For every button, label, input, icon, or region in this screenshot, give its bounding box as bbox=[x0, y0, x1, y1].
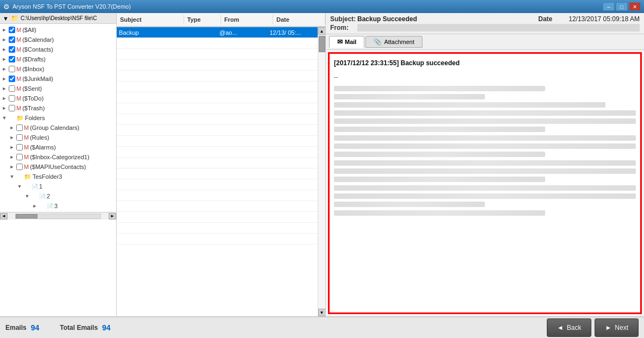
expand-icon[interactable]: ► bbox=[9, 134, 15, 141]
email-row[interactable] bbox=[117, 147, 318, 158]
expand-icon[interactable]: ► bbox=[1, 46, 8, 53]
tree-item-group_calendars[interactable]: ►M(Group Calendars) bbox=[0, 123, 116, 133]
email-row[interactable] bbox=[117, 60, 318, 71]
expand-icon[interactable]: ► bbox=[1, 36, 8, 43]
scroll-right-btn[interactable]: ► bbox=[109, 213, 116, 220]
tree-checkbox-trash[interactable] bbox=[9, 105, 15, 111]
email-list-scrollbar[interactable]: ▲ ▼ bbox=[318, 27, 325, 316]
tree-item-todo[interactable]: ►M($ToDo) bbox=[0, 93, 116, 103]
email-row[interactable] bbox=[117, 190, 318, 201]
tree-checkbox-drafts[interactable] bbox=[9, 56, 15, 62]
horizontal-scrollbar[interactable]: ◄ ► bbox=[0, 212, 116, 220]
tree-item-calendar[interactable]: ►M($Calendar) bbox=[0, 35, 116, 45]
tree-item-node1[interactable]: ▼📄1 bbox=[0, 181, 116, 191]
tree-checkbox-inbox[interactable] bbox=[9, 66, 15, 72]
expand-icon[interactable]: ▼ bbox=[1, 115, 8, 121]
tree-checkbox-inbox_cat[interactable] bbox=[16, 154, 23, 160]
tree-checkbox-sent[interactable] bbox=[9, 85, 15, 92]
scroll-thumb[interactable] bbox=[319, 36, 325, 52]
expand-icon[interactable]: ► bbox=[31, 203, 38, 209]
col-header-type[interactable]: Type bbox=[184, 15, 221, 24]
next-button[interactable]: ► Next bbox=[595, 318, 639, 337]
tree-checkbox-alarms[interactable] bbox=[16, 144, 23, 151]
email-row[interactable] bbox=[117, 114, 318, 125]
tree-item-all[interactable]: ►M($All) bbox=[0, 25, 116, 35]
tab-mail[interactable]: ✉ Mail bbox=[329, 36, 364, 48]
email-row[interactable] bbox=[117, 125, 318, 136]
blurred-content-3 bbox=[334, 102, 605, 108]
email-row[interactable] bbox=[117, 71, 318, 82]
tree-item-trash[interactable]: ►M($Trash) bbox=[0, 103, 116, 113]
tree-checkbox-contacts[interactable] bbox=[9, 46, 15, 53]
tree-item-folders[interactable]: ▼📁Folders bbox=[0, 113, 116, 123]
expand-icon[interactable]: ► bbox=[1, 27, 8, 33]
date-label: Date bbox=[538, 15, 565, 23]
email-row[interactable] bbox=[117, 103, 318, 114]
tree-checkbox-group_calendars[interactable] bbox=[16, 124, 23, 131]
expand-icon[interactable]: ▼ bbox=[24, 193, 30, 199]
tree-checkbox-all[interactable] bbox=[9, 27, 15, 33]
scroll-left-btn[interactable]: ◄ bbox=[0, 213, 8, 220]
tree-checkbox-junkmail[interactable] bbox=[9, 76, 15, 82]
tree-item-sent[interactable]: ►M($Sent) bbox=[0, 84, 116, 93]
email-row[interactable] bbox=[117, 168, 318, 179]
tree-item-mapi[interactable]: ►M($MAPIUseContacts) bbox=[0, 162, 116, 172]
email-row[interactable] bbox=[117, 234, 318, 245]
tree-item-drafts[interactable]: ►M($Drafts) bbox=[0, 54, 116, 64]
app-icon: ⚙ bbox=[3, 3, 10, 11]
tree-item-junkmail[interactable]: ►M($JunkMail) bbox=[0, 74, 116, 84]
tree-checkbox-rules[interactable] bbox=[16, 134, 23, 141]
email-row[interactable] bbox=[117, 201, 318, 212]
expand-icon[interactable]: ▼ bbox=[9, 173, 15, 180]
expand-icon[interactable]: ► bbox=[1, 105, 8, 111]
preview-from-row: From: bbox=[330, 24, 640, 32]
expand-icon[interactable]: ► bbox=[9, 144, 15, 151]
tree-item-alarms[interactable]: ►M($Alarms) bbox=[0, 142, 116, 152]
scroll-up-btn[interactable]: ▲ bbox=[318, 27, 326, 35]
expand-icon[interactable]: ► bbox=[9, 154, 15, 160]
minimize-button[interactable]: – bbox=[603, 2, 615, 11]
tree-item-inbox[interactable]: ►M($Inbox) bbox=[0, 64, 116, 74]
close-button[interactable]: ✕ bbox=[629, 2, 641, 11]
email-row[interactable] bbox=[117, 92, 318, 103]
col-header-date[interactable]: Date bbox=[273, 15, 325, 24]
email-date: 12/13/ 05:... bbox=[268, 29, 318, 36]
tree-item-inbox_cat[interactable]: ►M($Inbox-Categorized1) bbox=[0, 152, 116, 162]
expand-icon[interactable]: ▼ bbox=[16, 183, 23, 190]
tree-item-node2[interactable]: ▼📄2 bbox=[0, 191, 116, 201]
email-row[interactable]: Backup @ao... 12/13/ 05:... bbox=[117, 27, 318, 38]
expand-icon[interactable]: ► bbox=[1, 85, 8, 92]
node-icon: 📄 bbox=[47, 203, 53, 209]
expand-icon[interactable]: ► bbox=[1, 56, 8, 62]
tree-item-node3[interactable]: ►📄3 bbox=[0, 201, 116, 211]
tree-checkbox-todo[interactable] bbox=[9, 95, 15, 102]
tree-item-contacts[interactable]: ►M($Contacts) bbox=[0, 45, 116, 54]
tree-checkbox-mapi[interactable] bbox=[16, 164, 23, 170]
email-row[interactable] bbox=[117, 38, 318, 49]
expand-icon[interactable]: ► bbox=[1, 76, 8, 82]
col-header-subject[interactable]: Subject bbox=[117, 15, 184, 24]
expand-icon[interactable]: ► bbox=[1, 66, 8, 72]
email-row[interactable] bbox=[117, 49, 318, 60]
email-row[interactable] bbox=[117, 212, 318, 223]
email-row[interactable] bbox=[117, 223, 318, 234]
email-row[interactable] bbox=[117, 158, 318, 168]
email-row[interactable] bbox=[117, 82, 318, 92]
h-scroll-track[interactable] bbox=[15, 214, 101, 219]
tree-item-rules[interactable]: ►M(Rules) bbox=[0, 133, 116, 142]
tab-attachment[interactable]: 📎 Attachment bbox=[365, 36, 422, 48]
scroll-down-btn[interactable]: ▼ bbox=[318, 309, 326, 316]
tree-checkbox-calendar[interactable] bbox=[9, 36, 15, 43]
h-scroll-thumb[interactable] bbox=[16, 214, 37, 218]
expand-icon[interactable]: ► bbox=[9, 124, 15, 131]
emails-value: 94 bbox=[31, 323, 40, 332]
maximize-button[interactable]: □ bbox=[616, 2, 628, 11]
tree-item-tesfolder3[interactable]: ▼📁TesFolder3 bbox=[0, 172, 116, 181]
email-date bbox=[268, 239, 318, 240]
email-row[interactable] bbox=[117, 136, 318, 147]
col-header-from[interactable]: From bbox=[221, 15, 273, 24]
expand-icon[interactable]: ► bbox=[9, 164, 15, 170]
expand-icon[interactable]: ► bbox=[1, 95, 8, 102]
back-button[interactable]: ◄ Back bbox=[547, 318, 592, 337]
email-row[interactable] bbox=[117, 179, 318, 190]
